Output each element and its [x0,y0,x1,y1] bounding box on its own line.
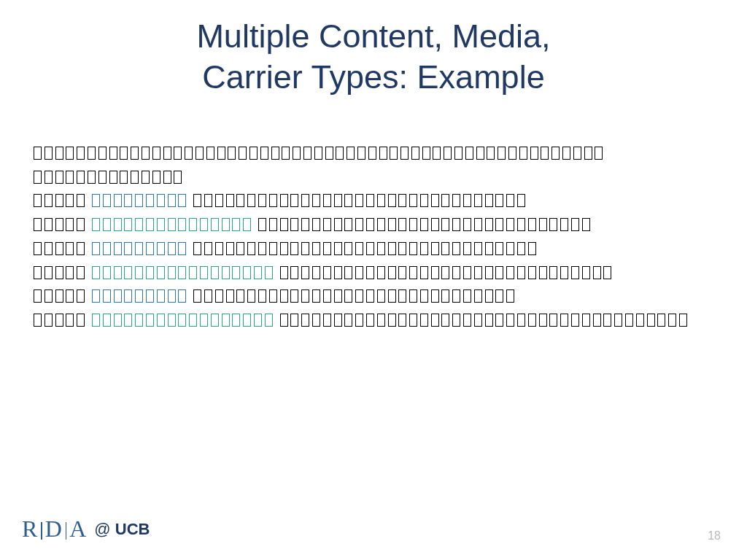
tofu-glyph-icon [431,266,439,279]
tofu-glyph-icon [146,218,154,231]
tofu-glyph-icon [135,314,143,327]
tofu-glyph-icon [506,194,514,207]
tofu-glyph-icon [431,194,439,207]
tofu-glyph-icon [44,147,53,160]
tofu-glyph-icon [178,194,186,207]
tofu-glyph-icon [344,242,352,255]
tofu-glyph-icon [239,147,247,160]
at-symbol: @ [94,520,110,538]
tofu-glyph-icon [92,218,100,231]
tofu-glyph-icon [200,218,208,231]
tofu-glyph-icon [441,242,449,255]
tofu-glyph-icon [344,314,352,327]
tofu-glyph-icon [66,242,74,255]
tofu-glyph-icon [422,147,430,160]
tofu-glyph-icon [560,218,568,231]
tofu-glyph-icon [549,218,557,231]
tofu-glyph-icon [377,194,385,207]
tofu-glyph-icon [44,218,53,231]
tofu-glyph-icon [344,289,352,303]
tofu-glyph-icon [77,171,85,184]
tofu-glyph-icon [593,314,601,327]
tofu-glyph-icon [211,218,219,231]
tofu-glyph-icon [452,242,460,255]
tofu-glyph-icon [200,314,208,327]
tofu-glyph-icon [217,147,225,160]
tofu-glyph-icon [66,314,74,327]
tofu-glyph-icon [236,242,244,255]
tofu-glyph-icon [301,194,309,207]
tofu-glyph-icon [562,147,570,160]
tofu-glyph-icon [243,314,251,327]
tofu-glyph-icon [539,218,547,231]
tofu-glyph-icon [312,266,320,279]
tofu-glyph-icon [595,147,603,160]
tofu-glyph-icon [77,194,85,207]
tofu-glyph-icon [120,171,128,184]
tofu-glyph-icon [420,194,428,207]
tofu-glyph-icon [135,289,143,303]
tofu-glyph-icon [157,289,165,303]
tofu-glyph-icon [474,218,482,231]
tofu-glyph-icon [34,314,42,327]
tofu-glyph-icon [334,218,342,231]
tofu-glyph-icon [388,314,396,327]
tofu-glyph-icon [77,289,85,303]
tofu-glyph-icon [668,314,676,327]
page-number: 18 [708,529,721,542]
tofu-glyph-icon [236,194,244,207]
tofu-glyph-icon [157,194,165,207]
tofu-glyph-icon [603,314,611,327]
tofu-glyph-icon [431,314,439,327]
tofu-glyph-icon [495,289,503,303]
tofu-glyph-icon [44,242,53,255]
tofu-glyph-icon [506,289,514,303]
tofu-glyph-icon [463,242,471,255]
tofu-glyph-icon [290,314,298,327]
tofu-glyph-icon [495,194,503,207]
tofu-glyph-icon [34,242,42,255]
tofu-glyph-icon [465,147,473,160]
tofu-glyph-icon [301,289,309,303]
tofu-glyph-icon [388,266,396,279]
tofu-glyph-icon [571,266,579,279]
tofu-glyph-icon [347,147,355,160]
tofu-glyph-icon [301,266,309,279]
tofu-glyph-icon [409,266,417,279]
tofu-glyph-icon [582,218,590,231]
tofu-glyph-icon [185,147,193,160]
tofu-glyph-icon [247,194,255,207]
tofu-glyph-icon [301,314,309,327]
tofu-glyph-icon [379,147,387,160]
tofu-glyph-icon [168,314,176,327]
tofu-glyph-icon [495,266,503,279]
placeholder-text-line [34,265,713,279]
tofu-glyph-icon [388,242,396,255]
tofu-glyph-icon [290,218,298,231]
tofu-glyph-icon [232,314,240,327]
tofu-glyph-icon [312,314,320,327]
tofu-glyph-icon [142,171,150,184]
tofu-glyph-icon [431,289,439,303]
placeholder-text-line [34,241,713,255]
tofu-glyph-icon [452,314,460,327]
tofu-glyph-icon [355,289,363,303]
tofu-glyph-icon [539,266,547,279]
tofu-glyph-icon [77,266,85,279]
tofu-glyph-icon [519,147,527,160]
tofu-glyph-icon [485,242,493,255]
tofu-glyph-icon [303,147,311,160]
tofu-glyph-icon [560,266,568,279]
tofu-glyph-icon [243,266,251,279]
tofu-glyph-icon [549,314,557,327]
tofu-glyph-icon [103,314,111,327]
tofu-glyph-icon [344,218,352,231]
tofu-glyph-icon [441,266,449,279]
tofu-glyph-icon [463,194,471,207]
tofu-glyph-icon [355,266,363,279]
tofu-glyph-icon [193,194,201,207]
tofu-glyph-icon [441,289,449,303]
tofu-glyph-icon [103,266,111,279]
tofu-glyph-icon [312,242,320,255]
tofu-glyph-icon [454,147,462,160]
